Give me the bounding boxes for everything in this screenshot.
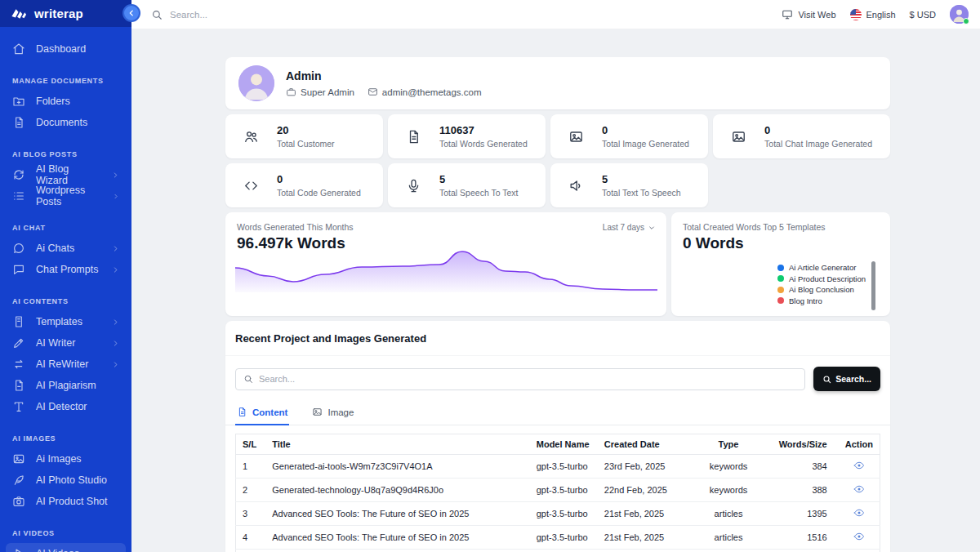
sidebar-section-ai-blog-posts: AI BLOG POSTS: [12, 145, 119, 163]
cell-action: [839, 502, 880, 526]
sidebar-item-ai-photo-studio[interactable]: AI Photo Studio: [0, 470, 131, 491]
topbar-search[interactable]: [151, 9, 333, 20]
sidebar-nav: DashboardMANAGE DOCUMENTSFoldersDocument…: [0, 27, 131, 552]
cell-sl: 1: [236, 455, 266, 479]
stat-card-total-text-to-speech: 5Total Text To Speech: [550, 163, 708, 207]
cell-type: keywords: [684, 455, 772, 479]
sidebar-item-label: AI Blog Wizard: [36, 163, 101, 186]
camera-icon: [12, 495, 25, 508]
stat-label: Total Speech To Text: [439, 188, 519, 198]
topbar-search-input[interactable]: [170, 10, 333, 20]
search-icon: [151, 9, 163, 20]
stat-value: 0: [764, 124, 872, 136]
sidebar-item-ai-detector[interactable]: AI Detector: [0, 396, 131, 417]
column-header-model-name: Model Name: [530, 434, 598, 455]
sidebar-item-ai-rewriter[interactable]: AI ReWriter: [0, 354, 131, 375]
stat-value: 5: [602, 173, 681, 185]
chart-legend: Ai Article GeneratorAi Product Descripti…: [777, 263, 866, 305]
top-templates-chart-card: Total Created Words Top 5 Templates 0 Wo…: [671, 212, 890, 316]
sidebar-item-ai-plagiarism[interactable]: AI Plagiarism: [0, 375, 131, 396]
tab-image[interactable]: Image: [310, 399, 355, 425]
us-flag-icon: [850, 9, 862, 20]
legend-label: Ai Blog Conclusion: [789, 285, 854, 294]
table-row: 5Advanced SEO Tools: The Future of SEO i…: [236, 550, 880, 552]
sidebar-collapse-button[interactable]: [122, 4, 140, 22]
language-selector[interactable]: English: [850, 9, 896, 20]
recent-projects-title: Recent Project and Images Generated: [225, 321, 890, 356]
range-dropdown[interactable]: Last 7 days: [603, 223, 655, 232]
stat-label: Total Words Generated: [439, 139, 528, 149]
sidebar-item-dashboard[interactable]: Dashboard: [0, 38, 131, 60]
legend-dot-icon: [777, 287, 784, 293]
currency-selector[interactable]: $ USD: [910, 10, 936, 20]
column-header-s-l: S/L: [236, 434, 266, 455]
sidebar-item-ai-writer[interactable]: AI Writer: [0, 332, 131, 354]
tab-content[interactable]: Content: [235, 399, 289, 425]
table-row: 1Generated-ai-tools-W9m7z3C9i7V4O1Agpt-3…: [236, 455, 880, 479]
view-eye-icon[interactable]: [853, 531, 865, 542]
sidebar-item-wordpress-posts[interactable]: Wordpress Posts: [0, 185, 131, 207]
legend-item-ai-product-description: Ai Product Description: [777, 274, 866, 283]
sidebar-item-ai-chats[interactable]: Ai Chats: [0, 238, 131, 259]
templates-chart-title: Total Created Words Top 5 Templates: [683, 222, 879, 232]
sidebar-item-label: AI Writer: [36, 337, 75, 349]
main-content: Admin Super Admin admin@themetags.com: [131, 29, 980, 552]
column-header-words-size: Words/Size: [773, 434, 839, 455]
image-icon: [731, 129, 746, 145]
table-search-input[interactable]: [259, 374, 797, 384]
search-button[interactable]: Search...: [813, 367, 880, 391]
table-search[interactable]: [235, 368, 805, 390]
sidebar-item-ai-product-shot[interactable]: AI Product Shot: [0, 491, 131, 512]
sidebar-item-label: AI Detector: [36, 401, 87, 412]
sidebar-item-ai-images[interactable]: Ai Images: [0, 448, 131, 470]
legend-dot-icon: [777, 265, 784, 271]
sidebar-item-folders[interactable]: Folders: [0, 91, 131, 112]
sidebar-item-ai-blog-wizard[interactable]: AI Blog Wizard: [0, 164, 131, 185]
logo[interactable]: writerap: [0, 0, 131, 27]
legend-label: Ai Product Description: [789, 274, 866, 283]
sidebar-item-label: AI Product Shot: [36, 496, 108, 507]
stats-grid: 20Total Customer110637Total Words Genera…: [225, 114, 890, 207]
table-header-row: S/LTitleModel NameCreated DateTypeWords/…: [236, 434, 880, 455]
sidebar-item-label: Ai Images: [36, 453, 82, 465]
view-eye-icon[interactable]: [853, 507, 865, 519]
legend-scrollbar[interactable]: [871, 261, 875, 310]
user-avatar[interactable]: [950, 5, 969, 24]
sidebar: writerap DashboardMANAGE DOCUMENTSFolder…: [0, 0, 131, 552]
cell-title-link[interactable]: Generated-ai-tools-W9m7z3C9i7V4O1A: [265, 455, 530, 479]
cell-title-link[interactable]: Generated-technology-U8q7a9Q9d4R6J0o: [265, 479, 530, 502]
visit-web-link[interactable]: Visit Web: [782, 9, 835, 20]
stat-value: 0: [277, 173, 361, 185]
stat-value: 0: [602, 124, 689, 136]
table-row: 2Generated-technology-U8q7a9Q9d4R6J0ogpt…: [236, 479, 880, 502]
profile-avatar: [238, 65, 274, 101]
column-header-type: Type: [684, 434, 772, 455]
sidebar-item-templates[interactable]: Templates: [0, 311, 131, 332]
image-icon: [12, 452, 25, 465]
cell-title-link[interactable]: Advanced SEO Tools: The Future of SEO in…: [265, 502, 530, 526]
cell-words: 1665: [773, 550, 839, 552]
pen-icon: [12, 336, 25, 349]
cell-type: keywords: [684, 479, 772, 502]
cell-action: [839, 526, 880, 550]
image-icon: [312, 407, 323, 417]
cell-title-link[interactable]: Advanced SEO Tools: The Future of SEO in…: [265, 526, 530, 550]
stat-value: 5: [439, 173, 519, 185]
sidebar-item-label: Folders: [36, 96, 70, 107]
legend-item-blog-intro: Blog Intro: [777, 296, 866, 305]
profile-role: Super Admin: [286, 87, 354, 97]
sidebar-item-chat-prompts[interactable]: Chat Prompts: [0, 259, 131, 280]
table-row: 3Advanced SEO Tools: The Future of SEO i…: [236, 502, 880, 526]
view-eye-icon[interactable]: [853, 460, 865, 471]
cell-action: [839, 479, 880, 502]
detector-icon: [12, 400, 25, 413]
sidebar-item-ai-videos[interactable]: AI Videos: [6, 543, 126, 552]
cell-action: [839, 455, 880, 479]
sidebar-item-documents[interactable]: Documents: [0, 112, 131, 133]
topbar: Visit Web English $ USD: [131, 0, 980, 29]
feather-icon: [12, 474, 25, 487]
content-image-tabs: ContentImage: [225, 399, 890, 425]
cell-model: gpt-3.5-turbo: [530, 502, 598, 526]
cell-title-link[interactable]: Advanced SEO Tools: The Future of SEO in…: [265, 550, 530, 552]
view-eye-icon[interactable]: [853, 483, 865, 495]
